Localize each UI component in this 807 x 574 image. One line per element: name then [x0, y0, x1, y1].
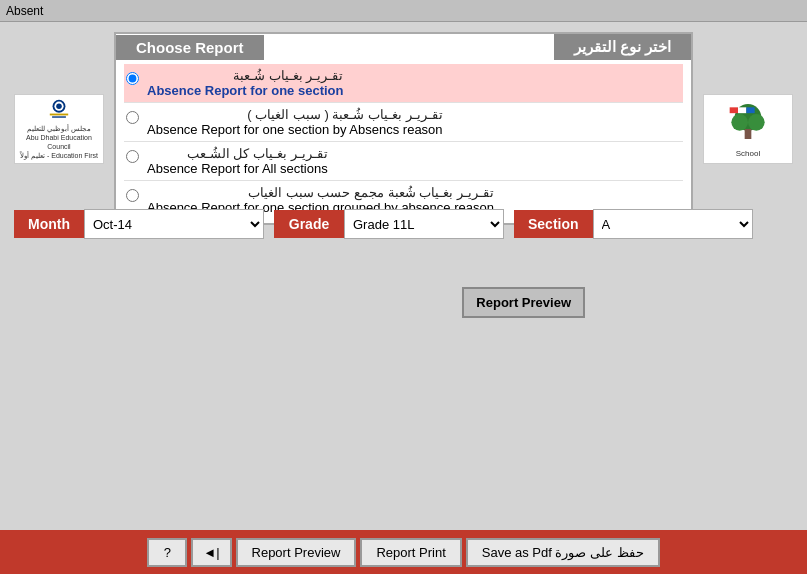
grade-group: Grade Grade 11L Grade 10A Grade 12B [274, 209, 504, 239]
logo-right: School [703, 94, 793, 164]
month-group: Month Oct-14 Nov-14 Dec-14 Jan-15 Feb-15 [14, 209, 264, 239]
choose-report-box: Choose Report اختر نوع التقرير تقـريـر ب… [114, 32, 693, 225]
title-bar-text: Absent [6, 4, 43, 18]
report-option-1[interactable]: تقـريـر بغـياب شُـعبة Absence Report for… [124, 64, 683, 103]
logo-left-icon [34, 97, 84, 125]
section-label: Section [514, 210, 593, 238]
main-area: مجلس أبوظبي للتعليم Abu Dhabi Education … [0, 22, 807, 530]
report-options: تقـريـر بغـياب شُـعبة Absence Report for… [116, 60, 691, 223]
report-option-3-ar: تقـريـر بغـياب كل الشُـعب [147, 146, 328, 161]
report-option-2-en: Absence Report for one section by Absenc… [147, 122, 443, 137]
header-row: مجلس أبوظبي للتعليم Abu Dhabi Education … [14, 32, 793, 225]
logo-right-icon [723, 99, 773, 149]
month-select[interactable]: Oct-14 Nov-14 Dec-14 Jan-15 Feb-15 [84, 209, 264, 239]
report-option-2[interactable]: تقـريـر بغـياب شُـعبة ( سبب الغياب ) Abs… [124, 103, 683, 142]
footer: ? ◄| Report Preview Report Print Save as… [0, 530, 807, 574]
report-option-2-ar: تقـريـر بغـياب شُـعبة ( سبب الغياب ) [147, 107, 443, 122]
report-radio-3[interactable] [126, 150, 139, 163]
back-icon: ◄| [203, 545, 219, 560]
svg-rect-10 [738, 107, 746, 113]
controls-row: Month Oct-14 Nov-14 Dec-14 Jan-15 Feb-15… [14, 209, 793, 239]
footer-save-pdf-button[interactable]: Save as Pdf حفظ على صورة [466, 538, 660, 567]
help-button[interactable]: ? [147, 538, 187, 567]
grade-label: Grade [274, 210, 344, 238]
svg-rect-8 [745, 129, 752, 139]
report-option-3-en: Absence Report for All sections [147, 161, 328, 176]
report-option-1-ar: تقـريـر بغـياب شُـعبة [147, 68, 343, 83]
svg-rect-3 [50, 113, 68, 115]
report-option-3-text: تقـريـر بغـياب كل الشُـعب Absence Report… [147, 146, 328, 176]
choose-report-title-ar: اختر نوع التقرير [554, 34, 691, 60]
report-option-1-en: Absence Report for one section [147, 83, 343, 98]
footer-report-preview-button[interactable]: Report Preview [236, 538, 357, 567]
report-option-4-ar: تقـريـر بغـياب شُعبة مجمع حسب سبب الغياب [147, 185, 494, 200]
logo-left-text: مجلس أبوظبي للتعليم Abu Dhabi Education … [17, 124, 101, 160]
month-label: Month [14, 210, 84, 238]
report-option-3[interactable]: تقـريـر بغـياب كل الشُـعب Absence Report… [124, 142, 683, 181]
section-select[interactable]: A B C D [593, 209, 753, 239]
svg-point-2 [56, 103, 62, 109]
report-option-1-text: تقـريـر بغـياب شُـعبة Absence Report for… [147, 68, 343, 98]
back-button[interactable]: ◄| [191, 538, 231, 567]
grade-select[interactable]: Grade 11L Grade 10A Grade 12B [344, 209, 504, 239]
report-radio-2[interactable] [126, 111, 139, 124]
report-radio-4[interactable] [126, 189, 139, 202]
choose-report-title: Choose Report [116, 35, 264, 60]
logo-left: مجلس أبوظبي للتعليم Abu Dhabi Education … [14, 94, 104, 164]
report-radio-1[interactable] [126, 72, 139, 85]
svg-rect-11 [746, 107, 754, 113]
report-preview-button[interactable]: Report Preview [462, 287, 585, 318]
section-group: Section A B C D [514, 209, 753, 239]
title-bar: Absent [0, 0, 807, 22]
choose-report-header: Choose Report اختر نوع التقرير [116, 34, 691, 60]
svg-rect-9 [730, 107, 738, 113]
logo-right-text: School [736, 149, 760, 158]
report-option-2-text: تقـريـر بغـياب شُـعبة ( سبب الغياب ) Abs… [147, 107, 443, 137]
svg-rect-4 [52, 116, 66, 117]
footer-report-print-button[interactable]: Report Print [360, 538, 461, 567]
svg-point-6 [731, 114, 748, 131]
svg-point-7 [748, 114, 765, 131]
